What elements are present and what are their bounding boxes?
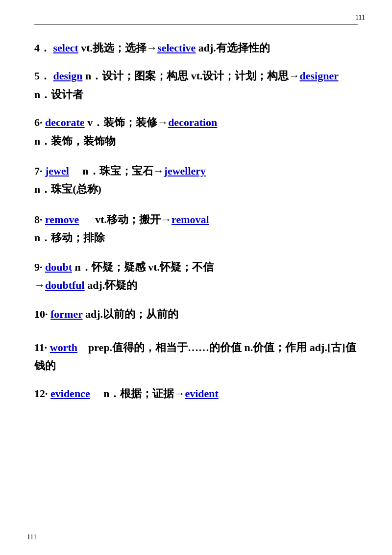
page-number-top: 111 bbox=[355, 14, 365, 22]
entry-7-word2[interactable]: jewellery bbox=[164, 165, 206, 177]
entry-6: 6· decorate v．装饰；装修→decoration n．装饰，装饰物 bbox=[34, 113, 358, 150]
entry-4-word2[interactable]: selective bbox=[157, 42, 196, 54]
top-divider bbox=[34, 25, 358, 25]
entry-7-number: 7· bbox=[34, 165, 43, 177]
entry-9-word2[interactable]: doubtful bbox=[45, 279, 85, 291]
entry-5-word[interactable]: design bbox=[53, 70, 83, 82]
entry-11-def1: prep.值得的，相当于……的价值 n.价值；作用 adj.[古]值钱的 bbox=[34, 341, 356, 372]
entry-9-arrow: → bbox=[34, 279, 45, 291]
entry-10-word[interactable]: former bbox=[50, 308, 83, 320]
entry-8: 8· remove vt.移动；搬开→removal n．移动；排除 bbox=[34, 210, 358, 247]
entry-9-pos2: adj. bbox=[85, 279, 105, 291]
entry-4-pos2: adj. bbox=[196, 42, 216, 54]
entry-9-def2: 怀疑的 bbox=[105, 279, 137, 291]
entry-9-def1: n．怀疑；疑感 vt.怀疑；不信 bbox=[75, 261, 214, 273]
entry-11: 11· worth prep.值得的，相当于……的价值 n.价值；作用 adj.… bbox=[34, 338, 358, 375]
entry-10-number: 10· bbox=[34, 308, 48, 320]
entry-12-word[interactable]: evidence bbox=[50, 387, 90, 400]
entry-4-word[interactable]: select bbox=[53, 42, 78, 54]
entry-8-word2[interactable]: removal bbox=[172, 213, 209, 226]
entry-11-word[interactable]: worth bbox=[50, 341, 77, 353]
entry-9: 9· doubt n．怀疑；疑感 vt.怀疑；不信 →doubtful adj.… bbox=[34, 258, 358, 295]
entry-4: 4． select vt.挑选；选择→selective adj.有选择性的 bbox=[34, 39, 358, 57]
entry-6-word2[interactable]: decoration bbox=[168, 116, 217, 128]
entry-12-def1: n．根据；证据→ bbox=[93, 387, 185, 400]
entry-4-number: 4． bbox=[34, 42, 50, 54]
entry-9-number: 9· bbox=[34, 261, 43, 273]
entry-10: 10· former adj.以前的；从前的 bbox=[34, 305, 358, 323]
page-number-bottom: 111 bbox=[27, 533, 37, 541]
entry-10-def1: adj.以前的；从前的 bbox=[85, 308, 178, 320]
entry-5-number: 5． bbox=[34, 70, 50, 82]
entry-7-def2-line: n．珠宝(总称) bbox=[34, 183, 101, 195]
entry-7-def1: n．珠宝；宝石→ bbox=[72, 165, 164, 177]
entry-6-number: 6· bbox=[34, 116, 43, 128]
entry-6-word[interactable]: decorate bbox=[45, 116, 85, 128]
page-container: 111 4． select vt.挑选；选择→selective adj.有选择… bbox=[0, 0, 392, 555]
entry-8-def1: vt.移动；搬开→ bbox=[82, 213, 172, 226]
entry-4-def2: 有选择性的 bbox=[216, 42, 270, 54]
entry-12: 12· evidence n．根据；证据→evident bbox=[34, 384, 358, 403]
entry-6-def2-line: n．装饰，装饰物 bbox=[34, 135, 116, 147]
entry-9-word[interactable]: doubt bbox=[45, 261, 72, 273]
entry-8-def2-line: n．移动；排除 bbox=[34, 231, 105, 244]
entry-5-word2[interactable]: designer bbox=[299, 70, 338, 82]
entry-5-def1: n．设计；图案；构思 vt.设计；计划；构思→ bbox=[85, 70, 300, 82]
entry-8-word[interactable]: remove bbox=[45, 213, 79, 226]
entry-7-word[interactable]: jewel bbox=[45, 165, 69, 177]
entry-4-def1: vt.挑选；选择→ bbox=[81, 42, 157, 54]
entry-7: 7· jewel n．珠宝；宝石→jewellery n．珠宝(总称) bbox=[34, 162, 358, 199]
entry-5: 5． design n．设计；图案；构思 vt.设计；计划；构思→designe… bbox=[34, 67, 358, 103]
entry-5-pos2: n． bbox=[34, 88, 51, 101]
entry-11-number: 11· bbox=[34, 341, 47, 353]
entry-8-number: 8· bbox=[34, 213, 43, 226]
entry-6-def1: v．装饰；装修→ bbox=[87, 116, 168, 128]
entry-12-word2[interactable]: evident bbox=[185, 387, 218, 400]
entry-5-def2: 设计者 bbox=[51, 88, 83, 101]
entry-12-number: 12· bbox=[34, 387, 48, 400]
